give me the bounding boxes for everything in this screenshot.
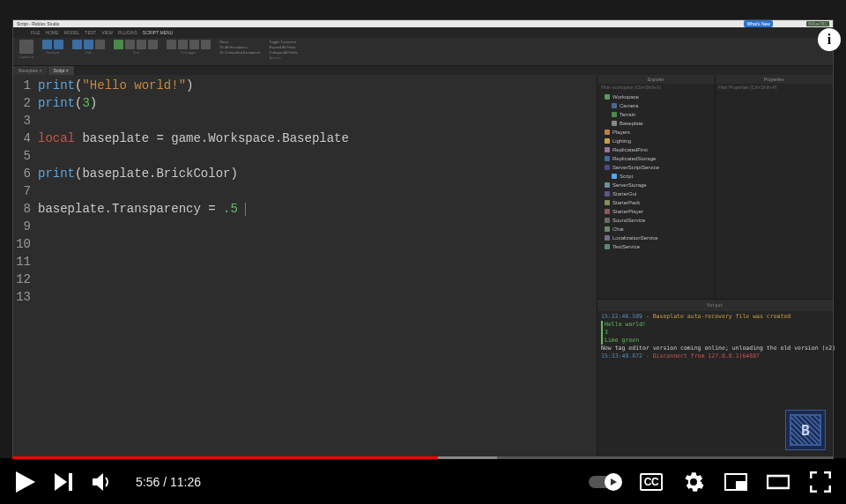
- ribbon-tab-test[interactable]: TEST: [85, 30, 96, 35]
- file-tab-baseplate[interactable]: Baseplate ×: [13, 66, 48, 75]
- explorer-title: Explorer: [597, 75, 715, 84]
- tree-item[interactable]: ReplicatedStorage: [599, 154, 713, 163]
- explorer-tree: Workspace Camera Terrain Baseplate Playe…: [597, 91, 715, 253]
- code-area[interactable]: print("Hello world!") print(3) local bas…: [38, 75, 597, 457]
- resume-icon[interactable]: [137, 40, 146, 49]
- properties-title: Properties: [716, 75, 834, 84]
- step-out-icon[interactable]: [189, 40, 199, 49]
- video-frame: Script - Roblox Studio — ▢ ✕ FILE HOME M…: [0, 0, 846, 458]
- tree-item[interactable]: Terrain: [599, 110, 713, 119]
- cc-button[interactable]: CC: [640, 471, 663, 493]
- time-display: 5:56 / 11:26: [136, 475, 201, 489]
- svg-rect-3: [768, 476, 789, 488]
- ribbon-group-test: Test: [114, 40, 158, 55]
- tree-item[interactable]: Players: [599, 128, 713, 137]
- ribbon-tabs: FILE HOME MODEL TEST VIEW PLUGINS SCRIPT…: [13, 27, 833, 38]
- ribbon-group-clipboard: Clipboard: [19, 40, 33, 59]
- ribbon-tab-file[interactable]: FILE: [31, 30, 41, 35]
- tree-item[interactable]: Chat: [599, 225, 713, 233]
- settings-button[interactable]: [682, 471, 705, 493]
- tree-item[interactable]: LocalizationService: [599, 233, 713, 242]
- ribbon-group-edit: Edit: [72, 40, 105, 55]
- pause-icon[interactable]: [125, 40, 135, 49]
- tree-item[interactable]: ServerStorage: [599, 181, 713, 189]
- explorer-panel: Explorer Filter workspace (Ctrl+Shift+X)…: [597, 75, 716, 299]
- play-icon[interactable]: [114, 40, 123, 49]
- studio-window: Script - Roblox Studio — ▢ ✕ FILE HOME M…: [12, 19, 834, 458]
- svg-rect-0: [69, 473, 72, 491]
- gutter: 1 2 3 4 5 6 7 8 9 10 11 12 13: [13, 75, 38, 457]
- svg-rect-2: [736, 481, 746, 489]
- properties-filter[interactable]: Filter Properties (Ctrl+Shift+P): [716, 84, 834, 91]
- user-badge[interactable]: BRoe78C: [806, 21, 829, 26]
- tree-item[interactable]: ServerScriptService: [599, 163, 713, 172]
- volume-button[interactable]: [92, 471, 115, 493]
- select-icon[interactable]: [95, 40, 105, 49]
- explorer-filter[interactable]: Filter workspace (Ctrl+Shift+X): [597, 84, 715, 91]
- tree-item[interactable]: StarterGui: [599, 189, 713, 198]
- fullscreen-button[interactable]: [809, 471, 832, 493]
- ribbon-tab-plugins[interactable]: PLUGINS: [118, 30, 137, 35]
- forward-icon[interactable]: [54, 40, 63, 49]
- find-icon[interactable]: [72, 40, 82, 49]
- replace-icon[interactable]: [84, 40, 93, 49]
- paste-icon[interactable]: [19, 40, 33, 54]
- output-panel: Output 15:22:46.589 - Baseplate auto-rec…: [597, 299, 833, 457]
- tree-item[interactable]: StarterPack: [599, 198, 713, 207]
- tree-item[interactable]: ReplicatedFirst: [599, 145, 713, 154]
- tree-item[interactable]: SoundService: [599, 216, 713, 225]
- file-tabs: Baseplate × Script ×: [13, 66, 833, 75]
- titlebar: Script - Roblox Studio — ▢ ✕: [13, 20, 833, 27]
- channel-logo: B: [785, 410, 826, 450]
- theater-button[interactable]: [767, 471, 790, 493]
- tree-item[interactable]: Script: [599, 172, 713, 181]
- tree-item[interactable]: Lighting: [599, 137, 713, 145]
- ribbon-group-navigate: Navigate: [42, 40, 63, 55]
- step-over-icon[interactable]: [178, 40, 188, 49]
- whats-new-button[interactable]: What's New: [744, 20, 773, 27]
- info-icon[interactable]: i: [818, 28, 841, 51]
- stop-icon[interactable]: [148, 40, 158, 49]
- properties-panel: Properties Filter Properties (Ctrl+Shift…: [716, 75, 834, 299]
- ribbon-tab-scriptmenu[interactable]: SCRIPT MENU: [143, 30, 173, 35]
- window-title: Script - Roblox Studio: [17, 21, 59, 26]
- player-controls: 5:56 / 11:26 CC: [0, 460, 846, 504]
- tree-item[interactable]: Baseplate: [599, 119, 713, 128]
- ribbon-tab-home[interactable]: HOME: [46, 30, 59, 35]
- ribbon-group-debugger: Debugger: [167, 40, 211, 55]
- right-panels: Explorer Filter workspace (Ctrl+Shift+X)…: [597, 75, 833, 457]
- miniplayer-button[interactable]: [724, 471, 747, 493]
- code-editor[interactable]: 1 2 3 4 5 6 7 8 9 10 11 12 13 print("Hel…: [13, 75, 597, 457]
- watch-icon[interactable]: [201, 40, 211, 49]
- progress-played: [12, 456, 438, 459]
- step-into-icon[interactable]: [167, 40, 176, 49]
- tree-item[interactable]: Workspace: [599, 93, 713, 101]
- ribbon-tab-view[interactable]: VIEW: [101, 30, 113, 35]
- back-icon[interactable]: [42, 40, 52, 49]
- ribbon-tab-model[interactable]: MODEL: [64, 30, 80, 35]
- tree-item[interactable]: StarterPlayer: [599, 207, 713, 216]
- file-tab-script[interactable]: Script ×: [48, 66, 75, 75]
- ribbon-group-folds: Toggle Comment Expand All Folds Collapse…: [270, 40, 298, 60]
- output-title: Output: [597, 300, 833, 311]
- tree-item[interactable]: Camera: [599, 101, 713, 110]
- next-button[interactable]: [53, 471, 76, 493]
- tree-item[interactable]: TestService: [599, 242, 713, 251]
- ribbon: FILE HOME MODEL TEST VIEW PLUGINS SCRIPT…: [13, 27, 833, 66]
- ribbon-group-exceptions: Never On All Exceptions On Unhandled Exc…: [219, 40, 260, 55]
- autoplay-toggle[interactable]: [589, 476, 620, 488]
- play-button[interactable]: [14, 471, 37, 493]
